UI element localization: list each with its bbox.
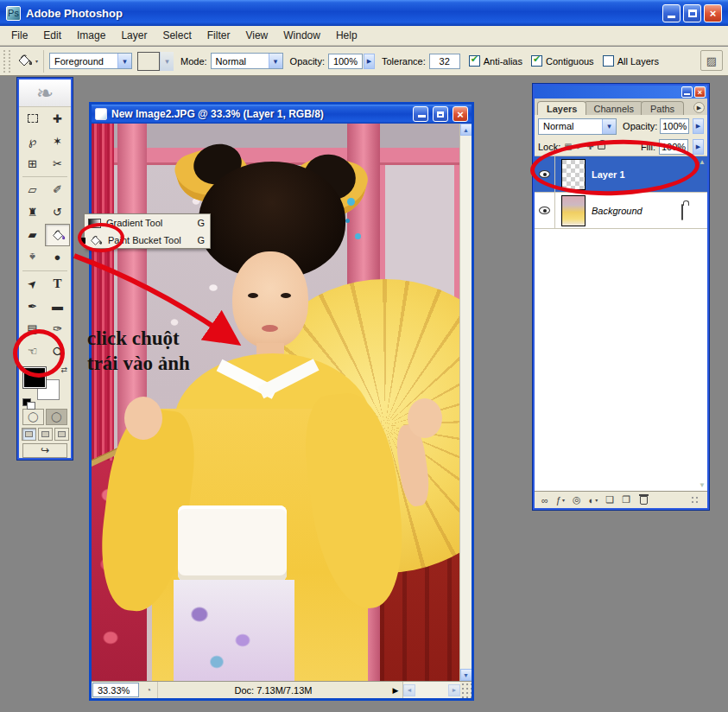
- tool-type[interactable]: T: [45, 273, 70, 296]
- all-layers-option[interactable]: All Layers: [603, 55, 659, 67]
- tab-channels[interactable]: Channels: [584, 101, 643, 115]
- doc-size-readout: Doc: 7.13M/7.13M: [157, 682, 389, 698]
- blend-mode-select[interactable]: Normal ▾: [538, 118, 617, 135]
- menu-view[interactable]: View: [237, 27, 275, 44]
- vertical-scrollbar[interactable]: ▲ ▼: [459, 124, 472, 681]
- tool-brush[interactable]: ✐: [45, 179, 70, 201]
- layer-thumbnail[interactable]: [561, 195, 586, 226]
- doc-maximize-button[interactable]: [433, 106, 448, 122]
- standard-mode-button[interactable]: ◯: [22, 409, 44, 425]
- tool-blur[interactable]: ♠: [20, 246, 45, 269]
- new-group-icon[interactable]: ❏: [605, 494, 614, 505]
- options-grip[interactable]: [3, 50, 10, 73]
- slice-icon: ✂: [53, 157, 62, 170]
- menu-file[interactable]: File: [3, 27, 35, 44]
- layer-opacity-spinner[interactable]: ▶: [693, 118, 704, 134]
- list-scroll-down-icon[interactable]: ▼: [699, 481, 706, 489]
- palette-menu-button[interactable]: ▶: [693, 102, 705, 113]
- tool-slice[interactable]: ✂: [45, 152, 70, 175]
- tool-move[interactable]: ✚: [45, 107, 70, 130]
- fullscreen-menubar-button[interactable]: [38, 428, 53, 441]
- tool-magic-wand[interactable]: ✶: [45, 130, 70, 152]
- delete-layer-icon[interactable]: [640, 496, 648, 505]
- standard-screen-button[interactable]: [22, 428, 36, 441]
- jump-to-imageready-button[interactable]: ↪: [22, 443, 67, 458]
- palette-close-button[interactable]: ×: [694, 86, 706, 98]
- tool-healing-brush[interactable]: ▱: [20, 179, 45, 201]
- palette-well-icon[interactable]: ▨: [700, 50, 723, 71]
- contiguous-option[interactable]: Contiguous: [531, 55, 594, 67]
- eye-icon[interactable]: [539, 207, 550, 214]
- tool-history-brush[interactable]: ↺: [45, 201, 70, 224]
- doc-close-button[interactable]: ×: [453, 106, 468, 122]
- tab-paths[interactable]: Paths: [641, 101, 684, 115]
- tool-shape[interactable]: ▬: [45, 296, 70, 318]
- opacity-input[interactable]: 100%: [328, 54, 363, 69]
- tool-paint-bucket[interactable]: [45, 224, 70, 246]
- mode-select[interactable]: Normal ▾: [211, 53, 283, 69]
- canvas-image[interactable]: [92, 124, 459, 681]
- horizontal-scrollbar[interactable]: ◄ ►: [402, 682, 460, 698]
- layer-opacity-input[interactable]: 100%: [660, 118, 689, 134]
- doc-minimize-button[interactable]: [413, 106, 428, 122]
- anti-alias-checkbox[interactable]: [469, 55, 480, 67]
- tool-crop[interactable]: ⊞: [20, 152, 45, 175]
- close-button[interactable]: ×: [704, 4, 722, 22]
- menu-image[interactable]: Image: [69, 27, 113, 44]
- swap-colors-icon[interactable]: ⇄: [60, 366, 67, 374]
- menu-edit[interactable]: Edit: [35, 27, 69, 44]
- pattern-arrow-icon: ▾: [160, 52, 174, 71]
- link-layers-icon[interactable]: ∞: [541, 495, 548, 505]
- pattern-swatch[interactable]: [137, 52, 160, 71]
- tool-lasso[interactable]: ℘: [20, 130, 45, 152]
- tool-dodge[interactable]: ●: [45, 246, 70, 269]
- contiguous-checkbox[interactable]: [531, 55, 542, 67]
- tab-layers[interactable]: Layers: [537, 101, 586, 115]
- zoom-level-input[interactable]: 33.33%: [92, 683, 139, 697]
- menu-select[interactable]: Select: [155, 27, 199, 44]
- visibility-cell[interactable]: [535, 193, 555, 228]
- new-layer-icon[interactable]: ❐: [622, 494, 630, 505]
- menu-layer[interactable]: Layer: [113, 27, 155, 44]
- tool-path-selection[interactable]: ➤: [20, 273, 45, 296]
- fill-source-select[interactable]: Foreground ▾: [49, 53, 132, 69]
- menu-filter[interactable]: Filter: [199, 27, 238, 44]
- document-status-bar: 33.33% ◔ Doc: 7.13M/7.13M ▶ ◄ ►: [92, 681, 472, 698]
- palette-resize-grip[interactable]: [690, 495, 700, 505]
- fullscreen-button[interactable]: [54, 428, 69, 441]
- menu-window[interactable]: Window: [275, 27, 328, 44]
- tolerance-input[interactable]: 32: [429, 54, 460, 69]
- tool-rectangular-marquee[interactable]: [20, 107, 45, 130]
- all-layers-checkbox[interactable]: [603, 55, 614, 67]
- layer-row-background[interactable]: Background: [535, 193, 707, 229]
- layer-name[interactable]: Background: [592, 206, 643, 216]
- scroll-down-icon[interactable]: ▼: [460, 669, 472, 681]
- maximize-button[interactable]: [683, 4, 701, 22]
- list-scroll-up-icon[interactable]: ▲: [699, 158, 706, 166]
- anti-alias-option[interactable]: Anti-alias: [469, 55, 522, 67]
- minimize-button[interactable]: [662, 4, 681, 22]
- palette-titlebar[interactable]: ×: [535, 86, 707, 99]
- status-menu-arrow-icon[interactable]: ▶: [389, 682, 402, 698]
- scroll-right-icon[interactable]: ►: [448, 684, 460, 696]
- magic-wand-icon: ✶: [53, 135, 62, 148]
- layer-mask-icon[interactable]: ◎: [573, 494, 581, 505]
- scroll-left-icon[interactable]: ◄: [403, 684, 415, 696]
- menu-help[interactable]: Help: [328, 27, 365, 44]
- paint-bucket-tool-icon[interactable]: [16, 53, 33, 69]
- adjustment-layer-icon[interactable]: ◐▾: [589, 495, 598, 505]
- tolerance-label: Tolerance:: [382, 56, 426, 67]
- scroll-up-icon[interactable]: ▲: [460, 124, 472, 136]
- document-titlebar[interactable]: New Image2.JPG @ 33.3% (Layer 1, RGB/8) …: [92, 105, 472, 124]
- opacity-spinner[interactable]: ▶: [364, 54, 375, 69]
- resize-grip[interactable]: [460, 682, 472, 698]
- default-colors-icon[interactable]: [22, 398, 31, 406]
- tool-preset-arrow-icon[interactable]: ▾: [35, 58, 38, 64]
- fill-spinner[interactable]: ▶: [693, 139, 704, 155]
- layer-style-icon[interactable]: ƒ▾: [556, 495, 565, 505]
- tool-clone-stamp[interactable]: ♜: [20, 201, 45, 224]
- tool-eraser[interactable]: ▰: [20, 224, 45, 246]
- tool-pen[interactable]: ✒: [20, 296, 45, 318]
- palette-minimize-button[interactable]: [681, 86, 693, 98]
- quick-mask-button[interactable]: ◯: [46, 409, 67, 425]
